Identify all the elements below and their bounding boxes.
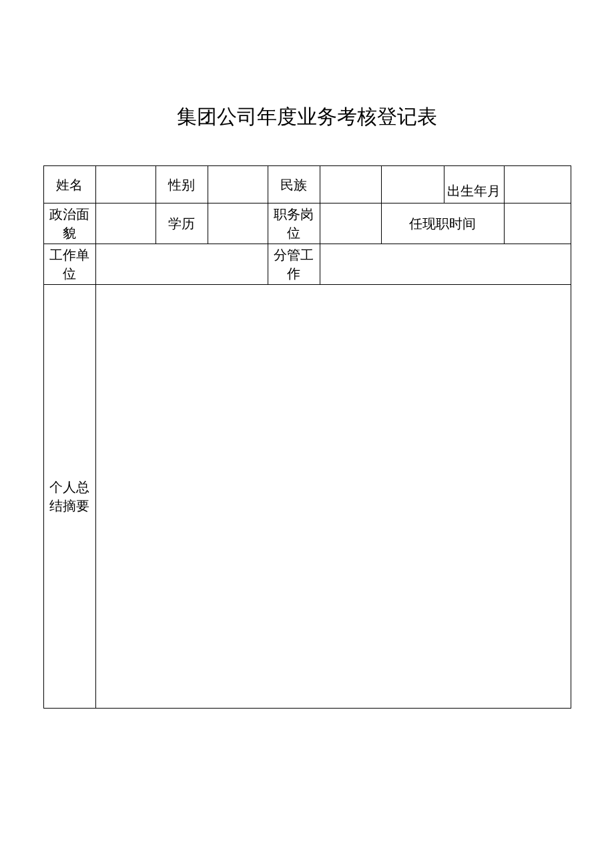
label-dob-before <box>381 166 444 203</box>
label-name: 姓名 <box>43 166 95 203</box>
value-political <box>95 203 156 244</box>
label-tenure: 任现职时间 <box>381 203 504 244</box>
value-name <box>95 166 156 203</box>
label-responsible: 分管工作 <box>268 244 320 285</box>
value-position <box>320 203 381 244</box>
page-title: 集团公司年度业务考核登记表 <box>0 103 614 131</box>
value-summary <box>95 285 571 709</box>
label-position: 职务岗位 <box>268 203 320 244</box>
registration-form-table: 姓名 性别 民族 出生年月 政治面貌 学历 职务岗位 任现职时间 工作单位 分管… <box>43 165 571 709</box>
value-tenure <box>504 203 571 244</box>
value-gender <box>208 166 268 203</box>
value-ethnicity <box>320 166 381 203</box>
table-row: 个人总 结摘要 <box>43 285 571 709</box>
summary-label-line2: 结摘要 <box>45 496 95 515</box>
label-education: 学历 <box>156 203 208 244</box>
label-dob: 出生年月 <box>444 166 504 203</box>
value-education <box>208 203 268 244</box>
label-ethnicity: 民族 <box>268 166 320 203</box>
label-workunit: 工作单位 <box>43 244 95 285</box>
table-row: 工作单位 分管工作 <box>43 244 571 285</box>
value-workunit <box>95 244 268 285</box>
label-summary: 个人总 结摘要 <box>43 285 95 709</box>
label-gender: 性别 <box>156 166 208 203</box>
summary-label-line1: 个人总 <box>45 478 95 496</box>
table-row: 姓名 性别 民族 出生年月 <box>43 166 571 203</box>
table-row: 政治面貌 学历 职务岗位 任现职时间 <box>43 203 571 244</box>
label-political: 政治面貌 <box>43 203 95 244</box>
value-responsible <box>320 244 571 285</box>
value-dob <box>504 166 571 203</box>
